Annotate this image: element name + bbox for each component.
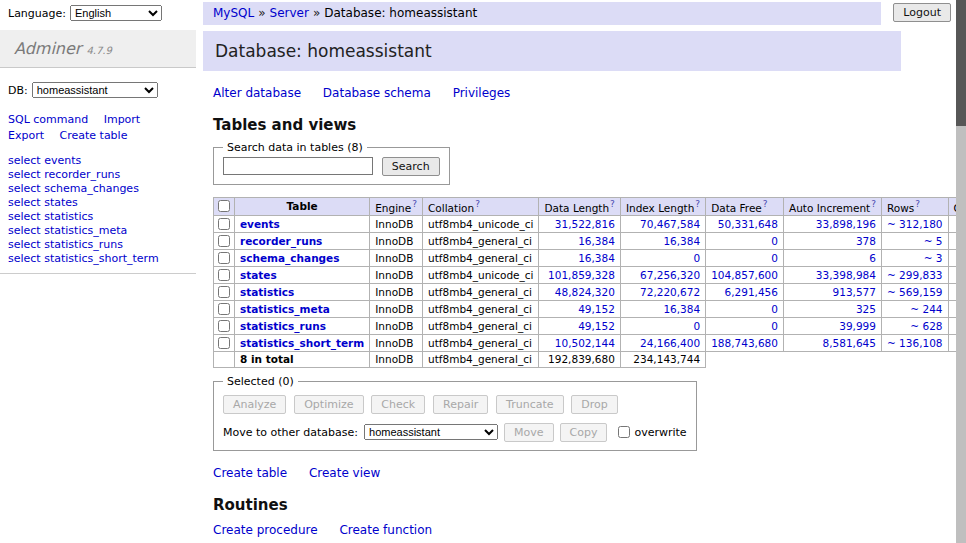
sidebar-item-select-statistics-short-term[interactable]: select statistics_short_term xyxy=(8,252,188,265)
drop-button[interactable]: Drop xyxy=(571,395,617,414)
help-icon[interactable]: ? xyxy=(763,199,768,209)
copy-button[interactable]: Copy xyxy=(560,423,608,442)
auto-increment-link[interactable]: 33,398,984 xyxy=(816,269,876,281)
row-checkbox[interactable] xyxy=(218,303,230,315)
data-length-link[interactable]: 49,152 xyxy=(578,320,615,332)
help-icon[interactable]: ? xyxy=(695,199,700,209)
row-checkbox[interactable] xyxy=(218,320,230,332)
row-checkbox[interactable] xyxy=(218,235,230,247)
database-schema-link[interactable]: Database schema xyxy=(323,86,431,100)
help-icon[interactable]: ? xyxy=(871,199,876,209)
table-name-link[interactable]: statistics_short_term xyxy=(240,337,364,349)
auto-increment-link[interactable]: 39,999 xyxy=(839,320,876,332)
data-length-link[interactable]: 101,859,328 xyxy=(548,269,615,281)
row-checkbox[interactable] xyxy=(218,337,230,349)
table-name-link[interactable]: statistics_meta xyxy=(240,303,330,315)
create-procedure-link[interactable]: Create procedure xyxy=(213,523,318,537)
db-select[interactable]: homeassistant xyxy=(32,82,158,98)
help-icon[interactable]: ? xyxy=(610,199,615,209)
table-name-link[interactable]: recorder_runs xyxy=(240,235,322,247)
sidebar-link-create-table[interactable]: Create table xyxy=(60,129,128,142)
data-free-link[interactable]: 6,291,456 xyxy=(725,286,778,298)
truncate-button[interactable]: Truncate xyxy=(496,395,563,414)
auto-increment-link[interactable]: 33,898,196 xyxy=(816,218,876,230)
data-free-link[interactable]: 0 xyxy=(771,252,778,264)
sidebar-item-select-states[interactable]: select states xyxy=(8,196,188,209)
create-table-link[interactable]: Create table xyxy=(213,466,287,480)
sidebar-item-select-events[interactable]: select events xyxy=(8,154,188,167)
sidebar-item-select-statistics[interactable]: select statistics xyxy=(8,210,188,223)
data-length-link[interactable]: 16,384 xyxy=(578,252,615,264)
breadcrumb-link-server[interactable]: Server xyxy=(270,6,309,20)
create-function-link[interactable]: Create function xyxy=(339,523,432,537)
row-checkbox[interactable] xyxy=(218,218,230,230)
data-free-link[interactable]: 0 xyxy=(771,235,778,247)
sidebar-link-import[interactable]: Import xyxy=(104,113,141,126)
create-view-link[interactable]: Create view xyxy=(309,466,380,480)
move-button[interactable]: Move xyxy=(504,423,554,442)
breadcrumb-link-mysql[interactable]: MySQL xyxy=(213,6,254,20)
rows-count-link[interactable]: ~ 628 xyxy=(910,320,942,332)
logout-button[interactable]: Logout xyxy=(893,3,951,22)
data-length-link[interactable]: 48,824,320 xyxy=(555,286,615,298)
help-icon[interactable]: ? xyxy=(412,199,417,209)
auto-increment-link[interactable]: 8,581,645 xyxy=(823,337,876,349)
index-length-link[interactable]: 16,384 xyxy=(663,235,700,247)
table-name-link[interactable]: events xyxy=(240,218,280,230)
data-free-link[interactable]: 50,331,648 xyxy=(718,218,778,230)
sidebar-item-select-statistics-runs[interactable]: select statistics_runs xyxy=(8,238,188,251)
sidebar-item-select-recorder-runs[interactable]: select recorder_runs xyxy=(8,168,188,181)
index-length-link[interactable]: 72,220,672 xyxy=(640,286,700,298)
data-free-link[interactable]: 0 xyxy=(771,303,778,315)
data-free-link[interactable]: 104,857,600 xyxy=(711,269,778,281)
sidebar-item-select-statistics-meta[interactable]: select statistics_meta xyxy=(8,224,188,237)
data-length-link[interactable]: 10,502,144 xyxy=(555,337,615,349)
overwrite-checkbox[interactable] xyxy=(618,426,630,438)
repair-button[interactable]: Repair xyxy=(433,395,488,414)
row-checkbox[interactable] xyxy=(218,269,230,281)
table-name-link[interactable]: states xyxy=(240,269,277,281)
row-checkbox[interactable] xyxy=(218,252,230,264)
index-length-link[interactable]: 16,384 xyxy=(663,303,700,315)
sidebar-link-export[interactable]: Export xyxy=(8,129,44,142)
sidebar-item-select-schema-changes[interactable]: select schema_changes xyxy=(8,182,188,195)
sidebar-link-sql-command[interactable]: SQL command xyxy=(8,113,88,126)
index-length-link[interactable]: 0 xyxy=(693,320,700,332)
search-button[interactable]: Search xyxy=(382,157,440,176)
rows-count-link[interactable]: ~ 569,159 xyxy=(887,286,943,298)
rows-count-link[interactable]: ~ 136,108 xyxy=(887,337,943,349)
analyze-button[interactable]: Analyze xyxy=(223,395,286,414)
scrollbar-thumb[interactable] xyxy=(956,0,966,126)
row-checkbox[interactable] xyxy=(218,286,230,298)
rows-count-link[interactable]: ~ 312,180 xyxy=(887,218,943,230)
move-database-select[interactable]: homeassistant xyxy=(364,424,498,440)
index-length-link[interactable]: 67,256,320 xyxy=(640,269,700,281)
index-length-link[interactable]: 70,467,584 xyxy=(640,218,700,230)
data-length-link[interactable]: 31,522,816 xyxy=(555,218,615,230)
scrollbar[interactable] xyxy=(956,0,966,543)
optimize-button[interactable]: Optimize xyxy=(294,395,363,414)
search-input[interactable] xyxy=(223,157,373,175)
auto-increment-link[interactable]: 378 xyxy=(856,235,876,247)
table-name-link[interactable]: statistics xyxy=(240,286,294,298)
alter-database-link[interactable]: Alter database xyxy=(213,86,301,100)
auto-increment-link[interactable]: 913,577 xyxy=(833,286,876,298)
check-button[interactable]: Check xyxy=(371,395,425,414)
index-length-link[interactable]: 24,166,400 xyxy=(640,337,700,349)
rows-count-link[interactable]: ~ 5 xyxy=(924,235,943,247)
data-free-link[interactable]: 188,743,680 xyxy=(711,337,778,349)
index-length-link[interactable]: 0 xyxy=(693,252,700,264)
help-icon[interactable]: ? xyxy=(475,199,480,209)
help-icon[interactable]: ? xyxy=(915,199,920,209)
rows-count-link[interactable]: ~ 244 xyxy=(910,303,942,315)
table-name-link[interactable]: statistics_runs xyxy=(240,320,326,332)
data-length-link[interactable]: 49,152 xyxy=(578,303,615,315)
auto-increment-link[interactable]: 6 xyxy=(869,252,876,264)
data-free-link[interactable]: 0 xyxy=(771,320,778,332)
rows-count-link[interactable]: ~ 3 xyxy=(924,252,943,264)
rows-count-link[interactable]: ~ 299,833 xyxy=(887,269,943,281)
language-select[interactable]: English xyxy=(70,5,162,21)
auto-increment-link[interactable]: 325 xyxy=(856,303,876,315)
select-all-checkbox[interactable] xyxy=(218,200,230,212)
privileges-link[interactable]: Privileges xyxy=(453,86,511,100)
